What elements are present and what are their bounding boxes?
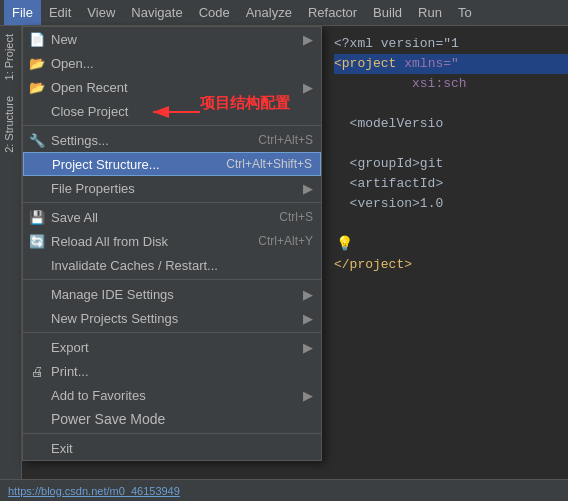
code-line-6 <box>334 134 568 154</box>
menu-edit[interactable]: Edit <box>41 0 79 25</box>
code-line-2: <project xmlns=" <box>334 54 568 74</box>
code-line-3: xsi:sch <box>334 74 568 94</box>
folder-icon: 📂 <box>27 56 47 71</box>
code-line-8: <artifactId> <box>334 174 568 194</box>
menu-item-file-properties[interactable]: File Properties ▶ <box>23 176 321 200</box>
file-dropdown-menu: 📄 New ▶ 📂 Open... 📂 Open Recent ▶ Close … <box>22 26 322 461</box>
menu-run[interactable]: Run <box>410 0 450 25</box>
lightbulb-icon: 💡 <box>336 234 353 254</box>
reload-icon: 🔄 <box>27 234 47 249</box>
menu-build[interactable]: Build <box>365 0 410 25</box>
sidebar-tab-structure[interactable]: 2: Structure <box>0 88 21 161</box>
arrow-icon: ▶ <box>303 388 313 403</box>
menu-to[interactable]: To <box>450 0 480 25</box>
arrow-icon: ▶ <box>303 287 313 302</box>
sidebar-tab-project[interactable]: 1: Project <box>0 26 21 88</box>
arrow-icon: ▶ <box>303 32 313 47</box>
reload-shortcut: Ctrl+Alt+Y <box>238 234 313 248</box>
print-icon: 🖨 <box>27 364 47 379</box>
menu-bar: File Edit View Navigate Code Analyze Ref… <box>0 0 568 26</box>
menu-item-open[interactable]: 📂 Open... <box>23 51 321 75</box>
project-structure-shortcut: Ctrl+Alt+Shift+S <box>206 157 312 171</box>
code-line-9: <version>1.0 <box>334 194 568 214</box>
sidebar-tabs: 1: Project 2: Structure <box>0 26 22 501</box>
menu-file[interactable]: File <box>4 0 41 25</box>
settings-shortcut: Ctrl+Alt+S <box>238 133 313 147</box>
separator-3 <box>23 279 321 280</box>
menu-item-export[interactable]: Export ▶ <box>23 335 321 359</box>
arrow-icon: ▶ <box>303 80 313 95</box>
menu-code[interactable]: Code <box>191 0 238 25</box>
code-line-11: 💡 <box>334 234 568 255</box>
save-icon: 💾 <box>27 210 47 225</box>
code-line-10 <box>334 214 568 234</box>
separator-2 <box>23 202 321 203</box>
main-area: 1: Project 2: Structure 📄 New ▶ 📂 Open..… <box>0 26 568 501</box>
menu-item-save-all[interactable]: 💾 Save All Ctrl+S <box>23 205 321 229</box>
menu-analyze[interactable]: Analyze <box>238 0 300 25</box>
code-line-12: </project> <box>334 255 568 275</box>
code-line-4 <box>334 94 568 114</box>
menu-refactor[interactable]: Refactor <box>300 0 365 25</box>
arrow-icon: ▶ <box>303 340 313 355</box>
code-line-1: <?xml version="1 <box>334 34 568 54</box>
code-line-7: <groupId>git <box>334 154 568 174</box>
menu-item-open-recent[interactable]: 📂 Open Recent ▶ <box>23 75 321 99</box>
save-shortcut: Ctrl+S <box>259 210 313 224</box>
editor-area: <?xml version="1 <project xmlns=" xsi:sc… <box>324 26 568 501</box>
menu-item-new-projects-settings[interactable]: New Projects Settings ▶ <box>23 306 321 330</box>
arrow-icon: ▶ <box>303 181 313 196</box>
wrench-icon: 🔧 <box>27 133 47 148</box>
menu-item-new[interactable]: 📄 New ▶ <box>23 27 321 51</box>
menu-item-close-project[interactable]: Close Project <box>23 99 321 123</box>
menu-item-exit[interactable]: Exit <box>23 436 321 460</box>
power-save-mode-label: Power Save Mode <box>51 411 165 427</box>
menu-item-invalidate-caches[interactable]: Invalidate Caches / Restart... <box>23 253 321 277</box>
status-bar: https://blog.csdn.net/m0_46153949 <box>0 479 568 501</box>
new-icon: 📄 <box>27 32 47 47</box>
menu-item-power-save-mode[interactable]: Power Save Mode <box>23 407 321 431</box>
separator-4 <box>23 332 321 333</box>
arrow-icon: ▶ <box>303 311 313 326</box>
separator-5 <box>23 433 321 434</box>
menu-item-print[interactable]: 🖨 Print... <box>23 359 321 383</box>
menu-item-add-favorites[interactable]: Add to Favorites ▶ <box>23 383 321 407</box>
status-url[interactable]: https://blog.csdn.net/m0_46153949 <box>8 485 180 497</box>
menu-item-reload[interactable]: 🔄 Reload All from Disk Ctrl+Alt+Y <box>23 229 321 253</box>
menu-item-settings[interactable]: 🔧 Settings... Ctrl+Alt+S <box>23 128 321 152</box>
code-line-5: <modelVersio <box>334 114 568 134</box>
menu-item-manage-ide[interactable]: Manage IDE Settings ▶ <box>23 282 321 306</box>
menu-navigate[interactable]: Navigate <box>123 0 190 25</box>
separator-1 <box>23 125 321 126</box>
menu-view[interactable]: View <box>79 0 123 25</box>
menu-item-project-structure[interactable]: Project Structure... Ctrl+Alt+Shift+S <box>23 152 321 176</box>
folder-recent-icon: 📂 <box>27 80 47 95</box>
